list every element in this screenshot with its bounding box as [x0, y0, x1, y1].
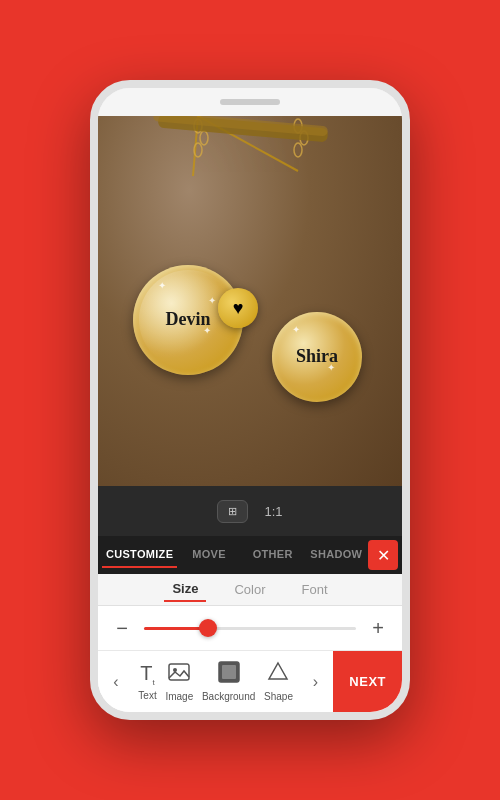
- tab-shadow[interactable]: SHADOW: [304, 542, 368, 568]
- image-preview: ✦ ✦ ✦ Devin ♥ ✦ ✦ Shira: [98, 116, 402, 486]
- nav-item-background[interactable]: Background: [202, 661, 255, 702]
- nav-label-text: Text: [138, 690, 156, 701]
- nav-item-text[interactable]: Tt Text: [138, 662, 156, 701]
- resize-icon: ⊞: [228, 505, 237, 518]
- sparkle: ✦: [292, 324, 300, 335]
- bottom-nav: ‹ Tt Text Image: [98, 650, 402, 712]
- slider-thumb[interactable]: [199, 619, 217, 637]
- phone-content: ✦ ✦ ✦ Devin ♥ ✦ ✦ Shira ⊞ 1:1: [98, 116, 402, 712]
- sparkle: ✦: [208, 295, 216, 306]
- resize-button[interactable]: ⊞: [217, 500, 248, 523]
- tab-other[interactable]: OTHER: [241, 542, 305, 568]
- name-shira: Shira: [296, 346, 338, 367]
- sub-tab-font[interactable]: Font: [294, 578, 336, 601]
- nav-label-image: Image: [165, 691, 193, 702]
- nav-back-arrow[interactable]: ‹: [98, 651, 134, 712]
- heart-icon: ♥: [233, 298, 244, 319]
- background-icon: [218, 661, 240, 688]
- nav-items: Tt Text Image: [134, 661, 297, 702]
- phone-notch: [98, 88, 402, 116]
- sub-tab-bar: Size Color Font: [98, 574, 402, 606]
- nav-forward-arrow[interactable]: ›: [297, 651, 333, 712]
- tab-customize[interactable]: CUSTOMIZE: [102, 542, 177, 568]
- ratio-label: 1:1: [264, 504, 282, 519]
- nav-item-image[interactable]: Image: [165, 661, 193, 702]
- slider-track[interactable]: [144, 627, 356, 630]
- slider-row: − +: [98, 606, 402, 650]
- next-button[interactable]: NEXT: [333, 651, 402, 712]
- nav-item-shape[interactable]: Shape: [264, 661, 293, 702]
- phone-speaker: [220, 99, 280, 105]
- sub-tab-color[interactable]: Color: [226, 578, 273, 601]
- slider-plus-button[interactable]: +: [366, 618, 390, 638]
- name-devin: Devin: [166, 309, 211, 330]
- nav-label-background: Background: [202, 691, 255, 702]
- medallion-shira: ✦ ✦ Shira: [272, 312, 362, 402]
- sparkle: ✦: [158, 280, 166, 291]
- close-icon: ✕: [377, 546, 390, 565]
- toolbar-strip: ⊞ 1:1: [98, 486, 402, 536]
- tab-move[interactable]: MOVE: [177, 542, 241, 568]
- shape-icon: [267, 661, 289, 688]
- svg-rect-13: [222, 665, 236, 679]
- sub-tab-size[interactable]: Size: [164, 577, 206, 602]
- phone-frame: ✦ ✦ ✦ Devin ♥ ✦ ✦ Shira ⊞ 1:1: [90, 80, 410, 720]
- image-icon: [168, 661, 190, 688]
- svg-rect-10: [169, 664, 189, 680]
- close-tab-button[interactable]: ✕: [368, 540, 398, 570]
- heart-charm: ♥: [218, 288, 258, 328]
- slider-minus-button[interactable]: −: [110, 618, 134, 638]
- svg-marker-15: [269, 663, 287, 679]
- text-icon: Tt: [140, 662, 154, 687]
- main-tab-bar: CUSTOMIZE MOVE OTHER SHADOW ✕: [98, 536, 402, 574]
- nav-label-shape: Shape: [264, 691, 293, 702]
